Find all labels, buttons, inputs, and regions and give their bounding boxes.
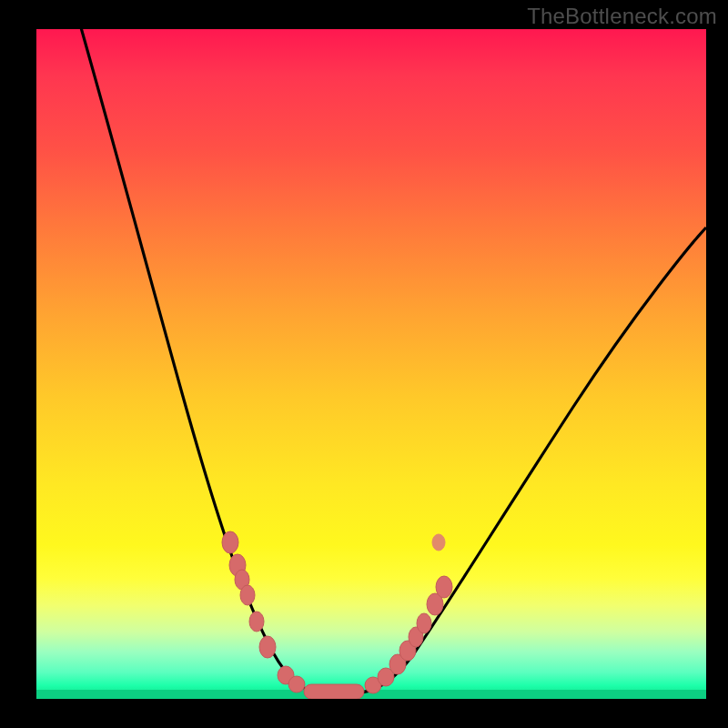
marker-dot — [259, 636, 276, 658]
marker-pill — [304, 684, 364, 699]
marker-dot — [436, 576, 452, 598]
marker-dot — [288, 676, 305, 693]
marker-dot — [222, 531, 238, 553]
chart-frame: TheBottleneck.com — [0, 0, 728, 728]
marker-dot — [240, 585, 255, 605]
plot-area — [36, 29, 706, 699]
marker-group — [222, 531, 452, 699]
bottleneck-curve — [71, 29, 706, 693]
watermark-text: TheBottleneck.com — [527, 4, 717, 29]
marker-dot — [432, 534, 445, 551]
marker-dot — [249, 612, 264, 632]
chart-svg — [36, 29, 706, 699]
marker-dot — [417, 613, 431, 633]
